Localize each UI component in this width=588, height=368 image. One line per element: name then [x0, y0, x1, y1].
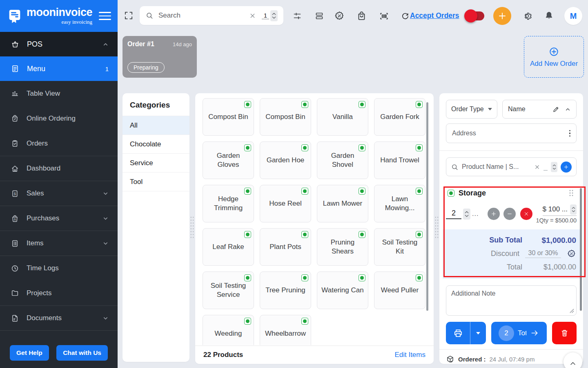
product-card[interactable]: Vanilla [317, 98, 368, 136]
product-card[interactable]: Plant Pots [260, 228, 311, 266]
order-type-select[interactable]: Order Type [446, 100, 497, 119]
category-item-chocolate[interactable]: Chocolate [122, 135, 189, 154]
products-scrollbar[interactable] [426, 102, 428, 311]
product-card[interactable]: Hand Trowel [374, 141, 425, 179]
user-avatar[interactable]: M [564, 7, 582, 25]
discount-badge-icon[interactable] [567, 249, 576, 258]
discount-badge-icon[interactable] [334, 11, 345, 21]
customer-name-field[interactable]: Name [502, 100, 577, 119]
product-card[interactable]: Watering Can [317, 272, 368, 309]
accept-orders-toggle[interactable] [466, 11, 484, 20]
gear-icon[interactable] [522, 11, 532, 21]
add-product-button[interactable] [561, 162, 572, 173]
category-item-all[interactable]: All [122, 116, 189, 135]
drag-handle-icon[interactable] [568, 189, 574, 197]
product-card[interactable]: Garden Gloves [203, 141, 254, 179]
open-order-card[interactable]: Order #1 14d ago Preparing [122, 36, 197, 78]
veg-badge-icon [301, 101, 308, 108]
address-field[interactable]: Address [446, 123, 577, 143]
sidebar-item-projects[interactable]: Projects [0, 280, 118, 305]
product-card[interactable]: Hose Reel [260, 185, 311, 222]
product-card[interactable]: Soil Testing Kit [374, 228, 425, 266]
product-card[interactable]: Garden Fork [374, 98, 425, 136]
collapse-panel-button[interactable] [564, 352, 582, 368]
product-card[interactable]: Lawn Mower [317, 185, 368, 222]
search-input[interactable] [158, 11, 249, 20]
bell-icon[interactable] [544, 11, 554, 21]
sidebar-item-purchases[interactable]: $ Purchases [0, 206, 118, 231]
chevron-up-icon[interactable] [565, 106, 571, 112]
clear-icon[interactable] [534, 164, 540, 170]
increase-qty-button[interactable] [488, 208, 500, 220]
tune-filters-icon[interactable] [292, 11, 302, 21]
sidebar-item-dashboard[interactable]: Dashboard [0, 156, 118, 181]
printer-icon[interactable] [446, 328, 470, 339]
price-input[interactable]: $ 100 ... [543, 205, 568, 213]
accept-orders-link[interactable]: Accept Orders [410, 11, 459, 20]
sidebar-item-documents[interactable]: Documents [0, 305, 118, 330]
additional-note-input[interactable] [446, 286, 576, 315]
print-options-caret[interactable] [470, 332, 486, 334]
decrease-qty-button[interactable] [503, 208, 516, 220]
sidebar-item-items[interactable]: Items [0, 231, 118, 256]
product-card[interactable]: Lawn Mowing... [374, 185, 425, 222]
pencil-icon[interactable] [552, 105, 560, 113]
product-search-input[interactable] [462, 163, 531, 171]
product-card[interactable]: Pruning Shears [317, 228, 368, 266]
search-count-field[interactable]: 1 [262, 12, 269, 19]
resize-handle-icon[interactable] [568, 307, 575, 314]
veg-badge-icon [244, 231, 251, 238]
sidebar-item-pos[interactable]: POS [0, 32, 118, 56]
fullscreen-icon[interactable] [123, 10, 134, 21]
categories-title: Categories [122, 93, 189, 116]
product-card[interactable]: Leaf Rake [203, 228, 254, 266]
product-card[interactable]: Garden Hoe [260, 141, 311, 179]
sidebar-item-time-logs[interactable]: Time Logs [0, 256, 118, 280]
product-card[interactable]: Hedge Trimming [203, 185, 254, 222]
product-card[interactable]: Tree Pruning [260, 272, 311, 309]
remove-item-button[interactable] [520, 208, 532, 220]
product-card[interactable]: Garden Shovel [317, 141, 368, 179]
refresh-icon[interactable] [401, 12, 410, 20]
print-split-button[interactable] [446, 322, 486, 344]
qty-stepper[interactable] [551, 162, 557, 172]
shopping-bag-icon[interactable] [356, 10, 367, 21]
product-card[interactable]: Wheelbarrow [260, 315, 311, 345]
sidebar-item-menu[interactable]: Menu 1 [0, 56, 118, 81]
svg-text:$: $ [14, 191, 16, 195]
rows-layout-icon[interactable] [314, 11, 324, 21]
delete-order-button[interactable] [552, 322, 577, 344]
add-new-order-button[interactable]: Add New Order [524, 36, 584, 78]
panel-resize-handle[interactable] [434, 216, 439, 240]
product-card[interactable]: Weeding [203, 315, 254, 345]
product-card[interactable]: Weed Puller [374, 272, 425, 309]
panel-scrollbar[interactable] [580, 188, 582, 311]
sidebar-item-label: Documents [27, 314, 62, 322]
sidebar-item-sales[interactable]: $ Sales [0, 181, 118, 206]
product-card[interactable]: Compost Bin [203, 98, 254, 136]
category-item-tool[interactable]: Tool [122, 173, 189, 191]
category-item-service[interactable]: Service [122, 154, 189, 173]
get-help-button[interactable]: Get Help [10, 345, 49, 361]
hamburger-menu-icon[interactable] [99, 12, 111, 20]
sidebar-item-table-view[interactable]: Table View [0, 81, 118, 106]
chat-with-us-button[interactable]: Chat with Us [56, 345, 108, 361]
barcode-icon[interactable] [379, 11, 389, 21]
quantity-stepper[interactable] [463, 209, 470, 220]
product-label: Weeding [215, 329, 242, 338]
panel-resize-handle[interactable] [190, 216, 194, 240]
product-card[interactable]: Soil Testing Service [203, 272, 254, 309]
kebab-menu-icon[interactable] [569, 130, 571, 137]
edit-items-link[interactable]: Edit Items [394, 351, 425, 359]
sidebar-item-orders[interactable]: Orders [0, 131, 118, 156]
product-card[interactable]: Compost Bin [260, 98, 311, 136]
clear-search-icon[interactable] [249, 12, 256, 19]
veg-badge-icon [448, 190, 454, 197]
checkout-button[interactable]: 2 Total [491, 322, 547, 344]
search-count-stepper[interactable] [270, 10, 278, 21]
discount-input[interactable]: 30 or 30% [525, 249, 561, 258]
quantity-input[interactable]: 2 [446, 209, 461, 219]
sidebar-item-online-ordering[interactable]: Online Ordering [0, 106, 118, 131]
quick-add-button[interactable] [493, 7, 511, 25]
price-stepper[interactable] [570, 204, 577, 215]
